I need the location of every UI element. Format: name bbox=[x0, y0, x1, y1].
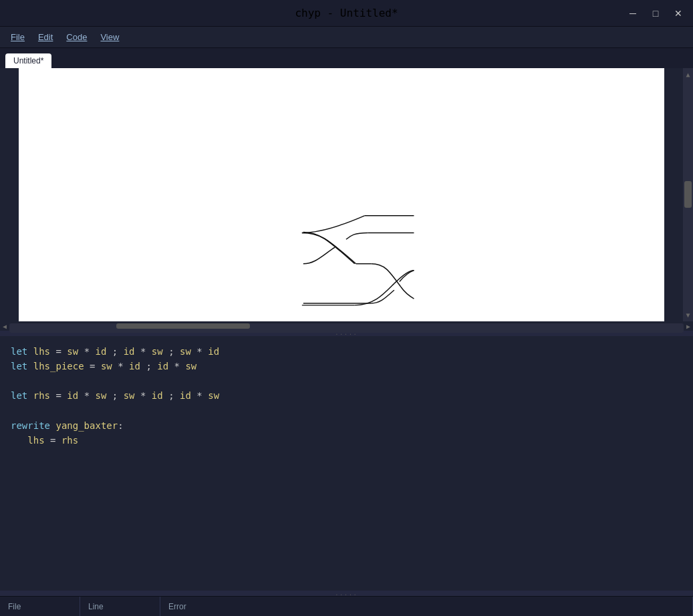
code-editor[interactable]: let lhs = sw * id ; id * sw ; sw * id le… bbox=[0, 336, 693, 591]
code-line-1: let lhs = sw * id ; id * sw ; sw * id bbox=[11, 344, 682, 359]
tab-untitled[interactable]: Untitled* bbox=[5, 53, 51, 68]
h-scrollbar-thumb[interactable] bbox=[116, 323, 250, 329]
minimize-button[interactable]: ─ bbox=[623, 4, 642, 23]
menu-code[interactable]: Code bbox=[61, 29, 92, 45]
menu-file[interactable]: File bbox=[5, 29, 30, 45]
h-scrollbar-row: ◀ ▶ bbox=[0, 321, 693, 331]
code-line-4: let rhs = id * sw ; sw * id ; id * sw bbox=[11, 388, 682, 403]
code-line-7: lhs = rhs bbox=[11, 433, 682, 448]
canvas-wrapper: ▲ ▼ ◀ ▶ bbox=[0, 68, 693, 331]
main-content: ▲ ▼ ◀ ▶ ..... let lhs = sw * id ; id * s… bbox=[0, 68, 693, 616]
title-bar: chyp - Untitled* ─ □ ✕ bbox=[0, 0, 693, 27]
status-line-col: Line bbox=[80, 597, 160, 616]
menu-bar: File Edit Code View bbox=[0, 27, 693, 48]
status-bar: File Line Error bbox=[0, 596, 693, 616]
status-error-col: Error bbox=[160, 597, 693, 616]
resize-handle-bottom[interactable]: ..... bbox=[0, 591, 693, 596]
scroll-right-arrow[interactable]: ▶ bbox=[684, 321, 693, 331]
scroll-thumb-vertical[interactable] bbox=[684, 181, 692, 208]
code-line-3-empty bbox=[11, 373, 682, 388]
canvas-row: ▲ ▼ bbox=[0, 68, 693, 321]
h-scrollbar-track[interactable] bbox=[9, 323, 684, 333]
menu-view[interactable]: View bbox=[95, 29, 124, 45]
status-file-col: File bbox=[0, 597, 80, 616]
vertical-scrollbar[interactable]: ▲ ▼ bbox=[683, 68, 693, 321]
window-controls: ─ □ ✕ bbox=[623, 4, 688, 23]
scroll-left-arrow[interactable]: ◀ bbox=[0, 321, 9, 331]
close-button[interactable]: ✕ bbox=[669, 4, 688, 23]
window-title: chyp - Untitled* bbox=[295, 7, 398, 19]
maximize-button[interactable]: □ bbox=[646, 4, 665, 23]
scroll-down-arrow[interactable]: ▼ bbox=[684, 310, 691, 320]
canvas-area bbox=[19, 68, 664, 321]
code-line-6: rewrite yang_baxter: bbox=[11, 418, 682, 433]
scroll-up-arrow[interactable]: ▲ bbox=[684, 69, 691, 80]
code-line-5-empty bbox=[11, 404, 682, 418]
tab-bar: Untitled* bbox=[0, 48, 693, 68]
diagram-svg bbox=[19, 68, 664, 321]
code-line-2: let lhs_piece = sw * id ; id * sw bbox=[11, 359, 682, 373]
menu-edit[interactable]: Edit bbox=[33, 29, 58, 45]
